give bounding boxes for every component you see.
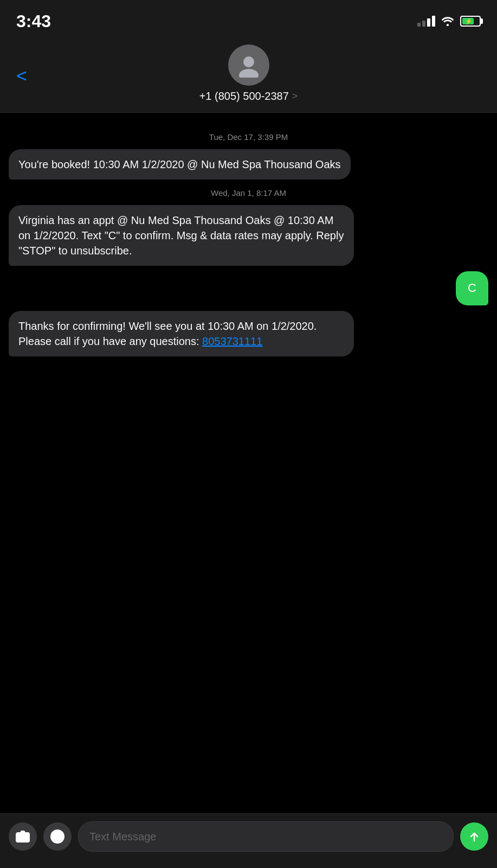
signal-bars-icon [417, 16, 435, 27]
phone-link[interactable]: 8053731111 [202, 335, 262, 347]
outgoing-bubble-1: C [456, 271, 488, 305]
messages-area: Tue, Dec 17, 3:39 PM You're booked! 10:3… [0, 113, 497, 814]
send-button[interactable] [460, 822, 488, 851]
apps-icon [50, 829, 64, 844]
svg-point-3 [20, 834, 25, 840]
text-message-input[interactable]: Text Message [78, 821, 454, 852]
avatar [228, 44, 269, 86]
send-icon [468, 830, 481, 843]
input-bar: Text Message [0, 813, 497, 868]
message-row: You're booked! 10:30 AM 1/2/2020 @ Nu Me… [9, 149, 488, 180]
wifi-icon [441, 16, 455, 27]
apps-button[interactable] [43, 822, 72, 851]
incoming-bubble-1: You're booked! 10:30 AM 1/2/2020 @ Nu Me… [9, 149, 351, 180]
contact-chevron-icon: > [292, 91, 298, 102]
date-label-1: Tue, Dec 17, 3:39 PM [9, 132, 488, 142]
incoming-bubble-3: Thanks for confirming! We'll see you at … [9, 311, 354, 356]
status-icons: ⚡ [417, 16, 481, 27]
date-label-2: Wed, Jan 1, 8:17 AM [9, 188, 488, 197]
battery-icon: ⚡ [460, 16, 481, 27]
contact-number: +1 (805) 500-2387 [199, 90, 289, 103]
message-text-plain: Thanks for confirming! We'll see you at … [18, 320, 317, 347]
message-row: C [9, 271, 488, 305]
conversation-header: < +1 (805) 500-2387 > [0, 38, 497, 113]
status-time: 3:43 [16, 11, 51, 31]
incoming-bubble-2: Virginia has an appt @ Nu Med Spa Thousa… [9, 205, 354, 266]
contact-info[interactable]: +1 (805) 500-2387 > [199, 90, 298, 103]
message-row: Thanks for confirming! We'll see you at … [9, 311, 488, 356]
svg-point-1 [239, 69, 259, 78]
camera-button[interactable] [9, 822, 37, 851]
back-button[interactable]: < [11, 59, 33, 91]
camera-icon [16, 831, 30, 843]
text-input-placeholder: Text Message [89, 831, 156, 843]
status-bar: 3:43 ⚡ [0, 0, 497, 38]
svg-point-0 [243, 56, 254, 67]
avatar-person-icon [236, 53, 261, 78]
message-row: Virginia has an appt @ Nu Med Spa Thousa… [9, 205, 488, 266]
